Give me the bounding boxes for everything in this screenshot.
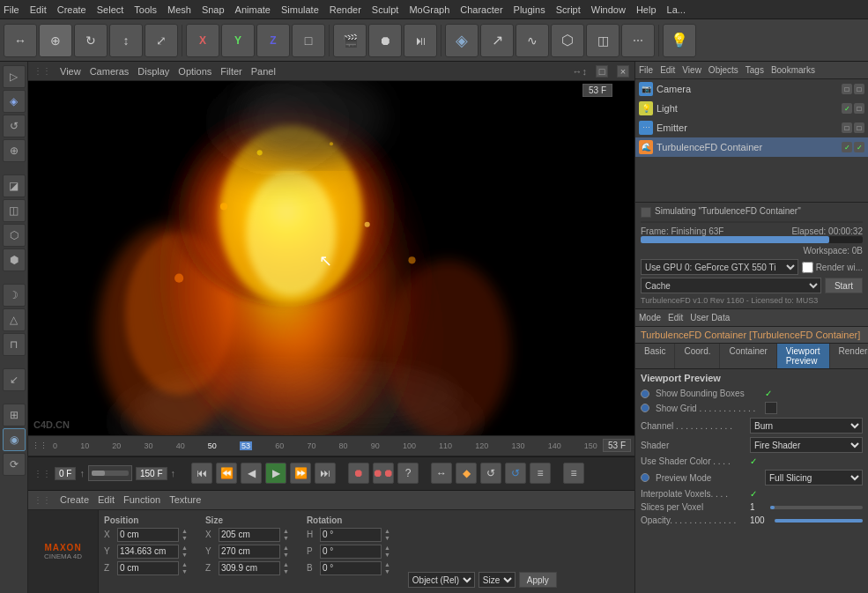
apply-button[interactable]: Apply: [519, 572, 557, 588]
sidebar-tool-3[interactable]: ↺: [3, 115, 26, 137]
tool-uvw[interactable]: ◫: [586, 24, 619, 57]
obj-menu-objects[interactable]: Objects: [708, 65, 738, 75]
channel-select[interactable]: Burn: [750, 418, 863, 434]
menu-render[interactable]: Render: [330, 4, 361, 15]
sidebar-tool-6[interactable]: ◫: [3, 199, 26, 222]
tool-transform[interactable]: ⤢: [145, 24, 178, 57]
bounding-boxes-check[interactable]: ✓: [765, 389, 772, 398]
menu-plugins[interactable]: Plugins: [514, 4, 545, 15]
sidebar-tool-2[interactable]: ◈: [3, 90, 26, 113]
sidebar-tool-15[interactable]: ⟳: [3, 453, 26, 476]
rotation-p-arrows[interactable]: ▲▼: [384, 545, 390, 559]
rotation-h-arrows[interactable]: ▲▼: [384, 528, 390, 542]
menu-help[interactable]: Help: [636, 4, 657, 15]
menu-select[interactable]: Select: [97, 4, 124, 15]
emitter-dot2[interactable]: □: [854, 122, 864, 133]
viewport-menu-view[interactable]: View: [60, 66, 81, 77]
rotation-h-input[interactable]: [320, 528, 382, 542]
render-checkbox-input[interactable]: [802, 262, 813, 273]
viewport-move-icon[interactable]: ↔↕: [573, 66, 588, 77]
gpu-select[interactable]: Use GPU 0: GeForce GTX 550 Ti: [641, 259, 798, 275]
position-y-input[interactable]: [117, 545, 179, 559]
goto-start-btn[interactable]: ⏮: [191, 463, 212, 484]
position-z-input[interactable]: [117, 561, 179, 575]
bottom-menu-create[interactable]: Create: [60, 494, 89, 505]
menu-script[interactable]: Script: [556, 4, 581, 15]
timeline-ruler[interactable]: ⋮⋮ 0 10 20 30 40 50 53 60 70 80 90: [28, 436, 634, 457]
tool-spline[interactable]: ∿: [516, 24, 549, 57]
sidebar-tool-13[interactable]: ⊞: [3, 404, 26, 426]
tool-scale[interactable]: ↕: [109, 24, 143, 57]
object-dropdown[interactable]: Object (Rel): [408, 572, 475, 588]
menu-tools[interactable]: Tools: [134, 4, 157, 15]
bottom-menu-function[interactable]: Function: [123, 494, 160, 505]
attr-menu-mode[interactable]: Mode: [639, 313, 661, 322]
viewport-menu-panel[interactable]: Panel: [251, 66, 276, 77]
menu-mesh[interactable]: Mesh: [167, 4, 191, 15]
show-grid-radio[interactable]: [641, 404, 649, 412]
turbulencefd-dot1[interactable]: ✓: [842, 142, 852, 152]
play-reverse-btn[interactable]: ◀: [241, 463, 262, 484]
record-help-btn[interactable]: ?: [397, 463, 419, 484]
obj-menu-edit[interactable]: Edit: [660, 65, 675, 75]
loop2-btn[interactable]: ↺: [505, 463, 526, 484]
tool-rotate[interactable]: ↻: [74, 24, 108, 57]
viewport-menu-display[interactable]: Display: [137, 66, 169, 77]
sidebar-tool-1[interactable]: ▷: [3, 65, 26, 88]
menu-character[interactable]: Character: [460, 4, 502, 15]
obj-row-turbulencefd[interactable]: 🌊 TurbulenceFD Container ✓ ✓: [635, 137, 868, 157]
record-btn[interactable]: ⏺: [348, 463, 369, 484]
obj-row-camera[interactable]: 📷 Camera □ □: [635, 79, 868, 99]
size-x-arrows[interactable]: ▲▼: [283, 528, 289, 542]
shader-color-check[interactable]: ✓: [750, 456, 757, 466]
sidebar-tool-10[interactable]: △: [3, 308, 26, 331]
viewport-btn1[interactable]: □: [596, 65, 608, 78]
tool-y[interactable]: Y: [221, 24, 255, 57]
menu-window[interactable]: Window: [591, 4, 626, 15]
position-x-arrows[interactable]: ▲▼: [182, 528, 188, 542]
viewport-menu-options[interactable]: Options: [178, 66, 211, 77]
loop-btn[interactable]: ↺: [480, 463, 501, 484]
tab-basic[interactable]: Basic: [635, 344, 675, 368]
menu-animate[interactable]: Animate: [235, 4, 271, 15]
size-z-arrows[interactable]: ▲▼: [283, 561, 289, 575]
menu-create[interactable]: Create: [57, 4, 86, 15]
record-all-btn[interactable]: ⏺⏺: [373, 463, 394, 484]
end-frame-input[interactable]: 150 F: [136, 467, 167, 480]
size-z-input[interactable]: [219, 561, 280, 575]
start-frame-input[interactable]: 0 F: [55, 467, 76, 480]
turbulencefd-dot2[interactable]: ✓: [854, 142, 864, 152]
tool-world[interactable]: □: [292, 24, 325, 57]
menu-sculpt[interactable]: Sculpt: [372, 4, 399, 15]
goto-end-btn[interactable]: ⏭: [315, 463, 336, 484]
size-x-input[interactable]: [219, 528, 280, 542]
tool-select[interactable]: ⊕: [39, 24, 72, 57]
sidebar-tool-4[interactable]: ⊕: [3, 139, 26, 162]
tool-particles[interactable]: ⋯: [621, 24, 655, 57]
bottom-menu-texture[interactable]: Texture: [169, 494, 201, 505]
sim-checkbox[interactable]: [641, 207, 651, 218]
opacity-slider[interactable]: [775, 519, 863, 523]
sidebar-tool-11[interactable]: ⊓: [3, 333, 26, 356]
position-y-arrows[interactable]: ▲▼: [182, 545, 188, 559]
extra-btn[interactable]: ≡: [530, 463, 551, 484]
bottom-menu-edit[interactable]: Edit: [98, 494, 115, 505]
viewport-menu-cameras[interactable]: Cameras: [90, 66, 130, 77]
viewport[interactable]: ↖ 53 F C4D.CN: [28, 81, 634, 435]
interpolate-check[interactable]: ✓: [750, 489, 757, 499]
tab-rendering[interactable]: Rendering: [830, 344, 868, 368]
step-forward-btn[interactable]: ⏩: [290, 463, 311, 484]
light-dot2[interactable]: □: [854, 103, 864, 114]
viewport-btn2[interactable]: ×: [617, 65, 629, 78]
light-dot1[interactable]: ✓: [842, 103, 852, 114]
sidebar-tool-7[interactable]: ⬡: [3, 224, 26, 247]
sidebar-tool-14[interactable]: ◉: [3, 428, 26, 451]
menu-snap[interactable]: Snap: [202, 4, 225, 15]
sidebar-tool-12[interactable]: ↙: [3, 368, 26, 391]
attr-menu-userdata[interactable]: User Data: [690, 313, 730, 322]
shader-select[interactable]: Fire Shader: [750, 437, 863, 453]
attr-menu-edit[interactable]: Edit: [668, 313, 683, 322]
tab-container[interactable]: Container: [720, 344, 776, 368]
viewport-menu-filter[interactable]: Filter: [220, 66, 241, 77]
play-btn[interactable]: ▶: [265, 463, 286, 484]
